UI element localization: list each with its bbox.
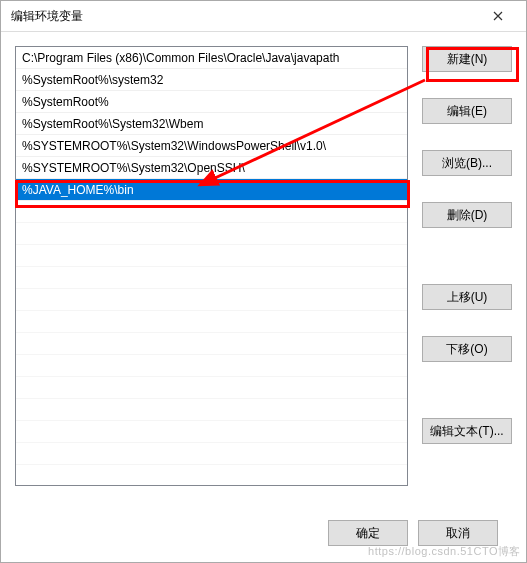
close-button[interactable] (478, 1, 518, 31)
list-item-empty (16, 333, 407, 355)
dialog-window: 编辑环境变量 C:\Program Files (x86)\Common Fil… (0, 0, 527, 563)
edit-text-button[interactable]: 编辑文本(T)... (422, 418, 512, 444)
list-item[interactable]: %SystemRoot%\System32\Wbem (16, 113, 407, 135)
list-item-empty (16, 311, 407, 333)
move-down-button[interactable]: 下移(O) (422, 336, 512, 362)
list-item-empty (16, 421, 407, 443)
list-item[interactable]: %SystemRoot%\system32 (16, 69, 407, 91)
cancel-button[interactable]: 取消 (418, 520, 498, 546)
list-item[interactable]: %SystemRoot% (16, 91, 407, 113)
list-item-empty (16, 223, 407, 245)
list-item-empty (16, 289, 407, 311)
dialog-footer: 确定 取消 (15, 504, 512, 562)
titlebar: 编辑环境变量 (1, 1, 526, 32)
ok-button[interactable]: 确定 (328, 520, 408, 546)
path-listbox[interactable]: C:\Program Files (x86)\Common Files\Orac… (15, 46, 408, 486)
list-item-empty (16, 443, 407, 465)
list-item[interactable]: C:\Program Files (x86)\Common Files\Orac… (16, 47, 407, 69)
list-item-empty (16, 399, 407, 421)
content-row: C:\Program Files (x86)\Common Files\Orac… (15, 46, 512, 504)
client-area: C:\Program Files (x86)\Common Files\Orac… (1, 32, 526, 562)
new-button[interactable]: 新建(N) (422, 46, 512, 72)
list-item[interactable]: %JAVA_HOME%\bin (16, 179, 407, 201)
delete-button[interactable]: 删除(D) (422, 202, 512, 228)
list-item-empty (16, 267, 407, 289)
list-item-empty (16, 377, 407, 399)
list-item[interactable]: %SYSTEMROOT%\System32\OpenSSH\ (16, 157, 407, 179)
list-item[interactable]: %SYSTEMROOT%\System32\WindowsPowerShell\… (16, 135, 407, 157)
move-up-button[interactable]: 上移(U) (422, 284, 512, 310)
list-item-empty (16, 201, 407, 223)
window-title: 编辑环境变量 (11, 8, 478, 25)
list-item-empty (16, 245, 407, 267)
browse-button[interactable]: 浏览(B)... (422, 150, 512, 176)
close-icon (493, 8, 503, 24)
list-item-empty (16, 355, 407, 377)
button-column: 新建(N) 编辑(E) 浏览(B)... 删除(D) 上移(U) 下移(O) 编… (422, 46, 512, 504)
edit-button[interactable]: 编辑(E) (422, 98, 512, 124)
